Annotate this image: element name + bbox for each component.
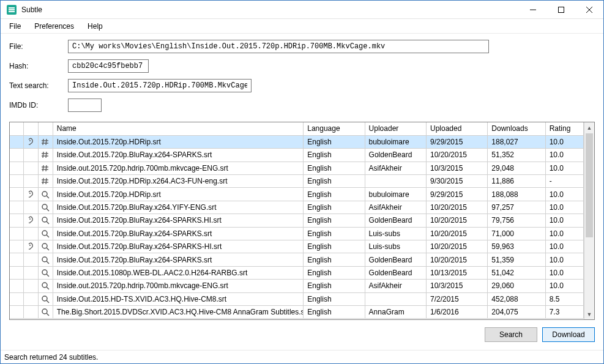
hash-match-icon [38,149,53,162]
cell-uploader: GoldenBeard [365,253,426,266]
scroll-up-arrow[interactable]: ▲ [584,122,594,133]
svg-line-25 [47,209,49,211]
col-name[interactable]: Name [53,122,304,135]
cell-rating: 10.0 [545,149,583,162]
results-table[interactable]: Name Language Uploader Uploaded Download… [10,122,584,319]
svg-line-23 [47,196,49,198]
cell-uploaded: 10/13/2015 [426,266,487,279]
col-rating[interactable]: Rating [545,122,583,135]
cell-name: Inside.Out.2015.720p.BluRay.x264-SPARKS-… [53,240,304,253]
text-search-input[interactable] [68,79,252,92]
search-match-icon [38,305,53,318]
cell-rating: 10.0 [545,214,583,227]
search-button[interactable]: Search [485,327,537,342]
hearing-impaired-icon [23,135,38,148]
hearing-impaired-icon [23,253,38,266]
row-blank [10,175,23,188]
file-input[interactable] [68,40,489,53]
col-uploader[interactable]: Uploader [365,122,426,135]
search-match-icon [38,188,53,201]
titlebar: Subtle [1,1,603,19]
cell-name: Inside.Out.2015.720p.BluRay.x264-SPARKS.… [53,214,304,227]
close-button[interactable] [575,1,603,19]
cell-downloads: 51,359 [488,253,545,266]
svg-point-31 [29,245,31,246]
row-blank [10,135,23,148]
cell-uploader [365,292,426,305]
hash-match-icon [38,162,53,174]
col-language[interactable]: Language [304,122,365,135]
svg-point-40 [42,296,47,301]
hearing-impaired-icon [23,266,38,279]
hearing-impaired-icon [23,280,38,292]
table-row[interactable]: Inside.Out.2015.720p.BluRay.x264-SPARKS-… [10,240,584,253]
scroll-down-arrow[interactable]: ▼ [584,309,594,319]
imdb-input[interactable] [68,98,102,112]
cell-downloads: 452,088 [488,292,545,305]
cell-language: English [304,135,365,148]
cell-language: English [304,175,365,188]
cell-uploaded: 7/2/2015 [426,292,487,305]
table-row[interactable]: Inside.out.2015.720p.hdrip.700mb.mkvcage… [10,162,584,174]
table-row[interactable]: Inside.Out.2015.720p.HDRip.srtEnglishbub… [10,188,584,201]
table-row[interactable]: Inside.Out.2015.720p.BluRay.x264-SPARKS.… [10,214,584,227]
menu-preferences[interactable]: Preferences [28,20,80,32]
table-row[interactable]: Inside.Out.2015.720p.BluRay.x264.YIFY-EN… [10,201,584,214]
row-blank [10,227,23,240]
minimize-button[interactable] [519,1,547,19]
button-row: Search Download [1,320,603,342]
menu-file[interactable]: File [3,20,27,32]
cell-rating: 10.0 [545,188,583,201]
scroll-thumb[interactable] [586,133,593,237]
row-blank [10,253,23,266]
table-row[interactable]: Inside.Out.2015.720p.HDRip.x264.AC3-FUN-… [10,175,584,188]
cell-downloads: 79,756 [488,214,545,227]
col-uploaded[interactable]: Uploaded [426,122,487,135]
cell-uploaded: 10/20/2015 [426,214,487,227]
hash-match-icon [38,175,53,188]
menubar: File Preferences Help [1,19,603,34]
table-row[interactable]: The.Big.Short.2015.DVDScr.XVID.AC3.HQ.Hi… [10,305,584,318]
svg-point-22 [42,191,47,196]
svg-line-39 [47,287,49,289]
cell-rating: 7.3 [545,305,583,318]
hash-input[interactable] [68,59,149,73]
table-row[interactable]: Inside.Out.2015.720p.BluRay.x264-SPARKS.… [10,227,584,240]
cell-name: Inside.Out.2015.720p.HDRip.x264.AC3-FUN-… [53,175,304,188]
form-area: File: Hash: Text search: IMDb ID: [1,34,603,122]
row-blank [10,240,23,253]
table-row[interactable]: Inside.out.2015.720p.hdrip.700mb.mkvcage… [10,280,584,292]
vertical-scrollbar[interactable]: ▲ ▼ [584,122,594,319]
cell-language: English [304,253,365,266]
cell-uploader: AsifAkheir [365,201,426,214]
table-row[interactable]: Inside.Out.2015.720p.HDRip.srtEnglishbub… [10,135,584,148]
maximize-button[interactable] [547,1,575,19]
menu-help[interactable]: Help [81,20,109,32]
svg-point-27 [42,217,47,222]
search-match-icon [38,253,53,266]
cell-uploader: GoldenBeard [365,214,426,227]
cell-uploader: AnnaGram [365,305,426,318]
cell-uploaded: 9/29/2015 [426,135,487,148]
search-match-icon [38,240,53,253]
col-downloads[interactable]: Downloads [488,122,545,135]
svg-line-5 [43,139,43,145]
table-row[interactable]: Inside.Out.2015.HD-TS.XVID.AC3.HQ.Hive-C… [10,292,584,305]
table-row[interactable]: Inside.Out.2015.720p.BluRay.x264-SPARKS.… [10,253,584,266]
table-row[interactable]: Inside.Out.2015.1080p.WEB-DL.AAC2.0.H264… [10,266,584,279]
col-match[interactable] [38,122,53,135]
svg-line-18 [46,178,47,184]
table-header-row: Name Language Uploader Uploaded Download… [10,122,584,135]
svg-point-34 [42,257,47,262]
col-blank[interactable] [10,122,23,135]
cell-rating: 10.0 [545,266,583,279]
download-button[interactable]: Download [542,327,595,342]
cell-language: English [304,305,365,318]
hearing-impaired-icon [23,292,38,305]
table-row[interactable]: Inside.Out.2015.720p.BluRay.x264-SPARKS.… [10,149,584,162]
col-hi[interactable] [23,122,38,135]
cell-uploaded: 10/20/2015 [426,201,487,214]
svg-line-6 [46,139,47,145]
cell-downloads: 29,060 [488,280,545,292]
cell-downloads: 59,963 [488,240,545,253]
